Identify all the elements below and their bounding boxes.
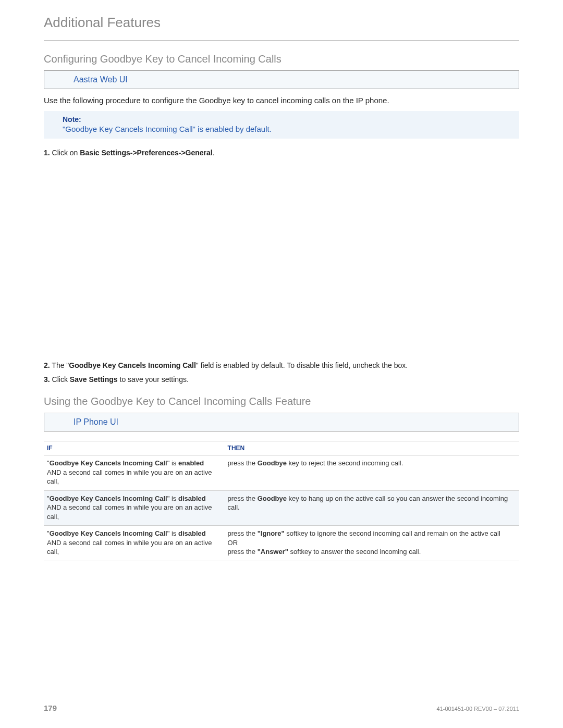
step-1: 1. Click on Basic Settings->Preferences-… bbox=[44, 148, 519, 158]
cell-text: " is bbox=[167, 459, 178, 467]
table-row: "Goodbye Key Cancels Incoming Call" is e… bbox=[44, 455, 519, 491]
cell-text: press the bbox=[228, 495, 258, 502]
section-heading-config: Configuring Goodbye Key to Cancel Incomi… bbox=[44, 53, 519, 65]
cell-bold: disabled bbox=[178, 495, 206, 502]
cell-text: " is bbox=[167, 495, 178, 502]
table-header-if: IF bbox=[44, 441, 225, 455]
cell-bold: Goodbye bbox=[258, 459, 287, 467]
table-header-then: THEN bbox=[225, 441, 519, 455]
cell-bold: Goodbye bbox=[258, 495, 287, 502]
step-text: Click on bbox=[52, 149, 80, 157]
cell-text: " is bbox=[167, 529, 178, 537]
cell-text: key to reject the second incoming call. bbox=[287, 459, 403, 467]
ui-context-label: IP Phone UI bbox=[74, 417, 118, 426]
cell-text: softkey to answer the second incoming ca… bbox=[288, 548, 421, 556]
step-bold: Basic Settings->Preferences->General bbox=[80, 149, 212, 157]
divider bbox=[44, 40, 519, 41]
step-num: 1. bbox=[44, 149, 50, 157]
ui-context-box-phone: IP Phone UI bbox=[44, 413, 519, 431]
intro-paragraph: Use the following procedure to configure… bbox=[44, 95, 519, 106]
step-text: " field is enabled by default. To disabl… bbox=[196, 361, 408, 369]
step-text: The " bbox=[52, 361, 69, 369]
ui-context-box-web: Aastra Web UI bbox=[44, 70, 519, 89]
cell-bold: "Answer" bbox=[258, 548, 288, 556]
step-text: . bbox=[213, 149, 215, 157]
note-block: Note: "Goodbye Key Cancels Incoming Call… bbox=[44, 111, 519, 139]
step-3: 3. Click Save Settings to save your sett… bbox=[44, 375, 519, 385]
step-text: Click bbox=[52, 375, 70, 384]
cell-text: press the bbox=[228, 459, 258, 467]
step-num: 3. bbox=[44, 375, 50, 384]
cell-text: press the bbox=[228, 548, 258, 556]
screenshot-placeholder bbox=[44, 163, 519, 361]
conditions-table: IF THEN "Goodbye Key Cancels Incoming Ca… bbox=[44, 441, 519, 561]
step-2: 2. The "Goodbye Key Cancels Incoming Cal… bbox=[44, 361, 519, 371]
step-bold: Goodbye Key Cancels Incoming Call bbox=[69, 361, 196, 369]
cell-bold: "Ignore" bbox=[258, 529, 285, 537]
table-row: "Goodbye Key Cancels Incoming Call" is d… bbox=[44, 490, 519, 526]
cell-text: AND a second call comes in while you are… bbox=[47, 539, 212, 556]
step-bold: Save Settings bbox=[70, 375, 118, 384]
step-text: to save your settings. bbox=[118, 375, 189, 384]
chapter-title: Additional Features bbox=[44, 15, 519, 31]
page-footer: 179 41-001451-00 REV00 – 07.2011 bbox=[44, 704, 519, 712]
note-label: Note: bbox=[63, 115, 500, 124]
page-number: 179 bbox=[44, 704, 57, 712]
note-text: "Goodbye Key Cancels Incoming Call" is e… bbox=[63, 125, 500, 133]
cell-text: AND a second call comes in while you are… bbox=[47, 468, 212, 486]
ui-context-label: Aastra Web UI bbox=[74, 75, 128, 84]
section-heading-using: Using the Goodbye Key to Cancel Incoming… bbox=[44, 396, 519, 408]
cell-bold: Goodbye Key Cancels Incoming Call bbox=[50, 459, 167, 467]
cell-bold: Goodbye Key Cancels Incoming Call bbox=[50, 529, 167, 537]
doc-id: 41-001451-00 REV00 – 07.2011 bbox=[437, 706, 519, 712]
cell-text: softkey to ignore the second incoming ca… bbox=[285, 529, 500, 537]
step-num: 2. bbox=[44, 361, 50, 369]
cell-text: OR bbox=[228, 539, 238, 547]
cell-bold: enabled bbox=[178, 459, 204, 467]
cell-text: press the bbox=[228, 529, 258, 537]
table-row: "Goodbye Key Cancels Incoming Call" is d… bbox=[44, 526, 519, 561]
cell-bold: disabled bbox=[178, 529, 206, 537]
cell-bold: Goodbye Key Cancels Incoming Call bbox=[50, 495, 167, 502]
cell-text: AND a second call comes in while you are… bbox=[47, 503, 212, 521]
